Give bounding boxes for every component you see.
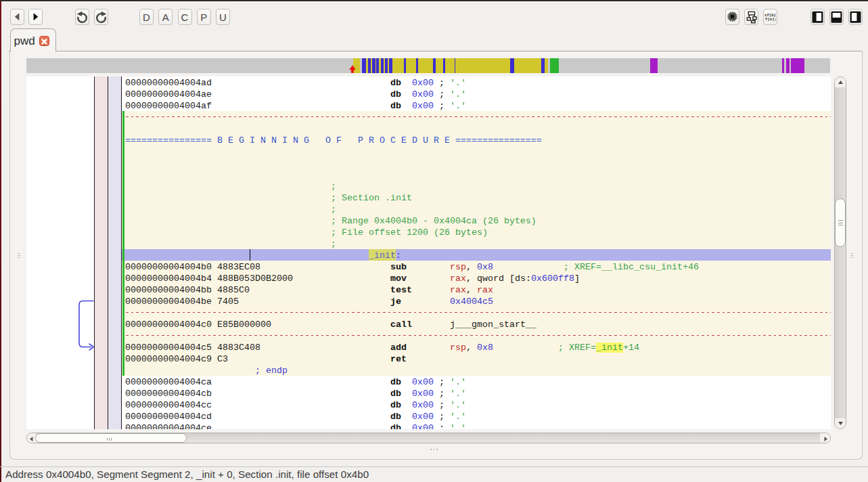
svg-text:f(x);: f(x); <box>765 17 777 22</box>
